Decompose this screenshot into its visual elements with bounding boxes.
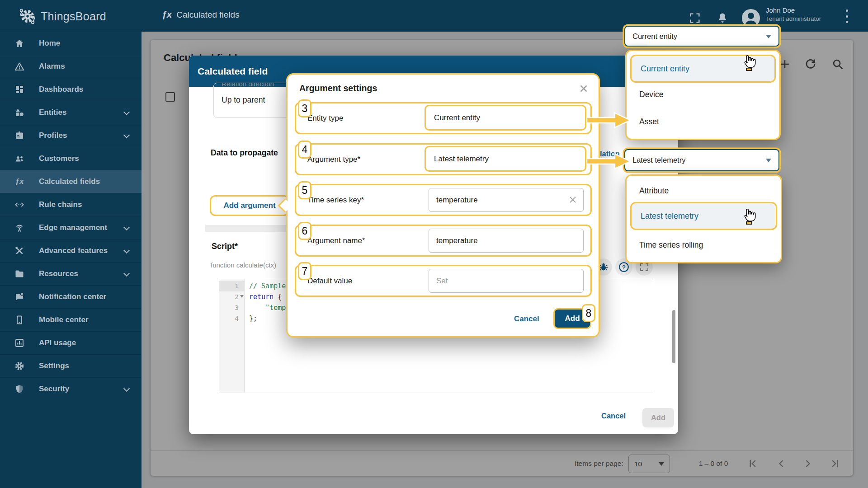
fx-icon: ƒx (14, 176, 25, 188)
code-text: { (274, 293, 282, 301)
sidebar-item-label: Rule chains (39, 200, 82, 209)
sidebar-item-calculated-fields[interactable]: ƒx Calculated fields (0, 170, 142, 193)
sidebar-item-label: Calculated fields (39, 177, 100, 186)
dashboards-icon (14, 84, 25, 95)
step-badge: 4 (298, 141, 311, 159)
entity-type-select[interactable]: Current entity (425, 105, 586, 131)
dialog-cancel-button[interactable]: Cancel (601, 412, 626, 420)
scrollbar-thumb[interactable] (672, 310, 675, 363)
entity-type-dropdown-panel: Current entity Device Asset (625, 50, 781, 140)
sidebar-item-api-usage[interactable]: API usage (0, 331, 142, 354)
step-badge: 5 (298, 181, 311, 199)
bell-icon[interactable] (716, 12, 729, 24)
argument-settings-dialog: Argument settings 3 Entity type Current … (286, 73, 600, 338)
sidebar-item-profiles[interactable]: Profiles (0, 124, 142, 147)
chevron-down-icon (123, 247, 130, 253)
sidebar-item-settings[interactable]: Settings (0, 354, 142, 377)
editor-gutter: 1 2 3 4 (219, 279, 245, 393)
time-series-key-input[interactable] (429, 188, 584, 212)
brand: ThingsBoard (18, 7, 106, 26)
sidebar-item-label: Resources (39, 269, 78, 278)
option-attribute[interactable]: Attribute (639, 186, 669, 196)
sidebar-item-advanced-features[interactable]: Advanced features (0, 239, 142, 262)
close-icon[interactable] (578, 83, 590, 94)
dialog-add-button-disabled[interactable]: Add (642, 408, 674, 427)
avatar[interactable] (742, 9, 760, 27)
page-header-title: Calculated fields (176, 10, 239, 20)
line-number: 3 (219, 302, 244, 313)
fold-icon[interactable] (240, 295, 244, 300)
sidebar-item-label: Customers (39, 154, 79, 163)
default-value-label: Default value (307, 277, 352, 286)
option-time-series-rolling[interactable]: Time series rolling (639, 240, 703, 250)
sidebar-item-dashboards[interactable]: Dashboards (0, 78, 142, 101)
sidebar-item-label: Mobile center (39, 315, 89, 324)
line-number: 4 (219, 313, 244, 324)
alarms-icon (14, 61, 25, 72)
fullscreen-icon[interactable] (689, 12, 701, 24)
sidebar-item-resources[interactable]: Resources (0, 262, 142, 285)
option-asset[interactable]: Asset (639, 117, 659, 127)
option-device[interactable]: Device (639, 90, 664, 99)
code-string: "temp (249, 304, 286, 312)
chevron-down-icon (123, 132, 130, 138)
notification-icon (14, 291, 25, 303)
kebab-menu-icon[interactable] (844, 9, 850, 23)
sidebar-item-entities[interactable]: Entities (0, 101, 142, 124)
argument-type-select[interactable]: Latest telemetry (425, 146, 586, 172)
time-series-key-label: Time series key* (307, 196, 364, 205)
code-keyword: return (249, 293, 274, 301)
sidebar-item-label: Alarms (39, 62, 65, 71)
argument-name-input[interactable] (429, 229, 584, 253)
sidebar-item-notification-center[interactable]: Notification center (0, 285, 142, 308)
mobile-icon (14, 314, 25, 326)
chevron-down-icon (766, 35, 771, 41)
profiles-icon (14, 130, 25, 141)
argument-type-value: Latest telemetry (434, 155, 489, 164)
sidebar-item-edge-management[interactable]: Edge management (0, 216, 142, 239)
shield-icon (14, 383, 25, 395)
default-value-input[interactable] (429, 269, 584, 293)
argument-settings-title: Argument settings (299, 83, 377, 94)
sidebar-item-label: Dashboards (39, 85, 83, 94)
data-to-propagate-label: Data to propagate (211, 148, 278, 158)
option-latest-telemetry[interactable]: Latest telemetry (630, 202, 777, 230)
sidebar-item-mobile-center[interactable]: Mobile center (0, 308, 142, 331)
sidebar-item-rule-chains[interactable]: Rule chains (0, 193, 142, 216)
chevron-down-icon (123, 270, 130, 277)
argument-name-row: 6 Argument name* (295, 225, 592, 257)
code-text: }; (249, 314, 257, 323)
user-info[interactable]: John Doe Tenant administrator (766, 6, 821, 23)
edge-icon (14, 222, 25, 234)
entity-type-row: 3 Entity type Current entity (295, 102, 592, 134)
option-current-entity[interactable]: Current entity (630, 55, 776, 83)
sidebar-item-label: Advanced features (39, 246, 108, 255)
code-comment: // Sample (249, 282, 286, 290)
entity-type-dropdown-trigger[interactable]: Current entity (624, 26, 779, 47)
argument-cancel-button[interactable]: Cancel (514, 314, 539, 324)
sidebar-item-label: Profiles (39, 131, 67, 140)
option-label: Latest telemetry (641, 211, 698, 221)
sidebar-item-label: Notification center (39, 292, 106, 301)
chevron-down-icon (766, 159, 771, 165)
script-label: Script* (212, 242, 238, 251)
sidebar: Home Alarms Dashboards Entities Profiles… (0, 32, 142, 488)
sidebar-item-label: API usage (39, 338, 76, 347)
option-label: Current entity (641, 64, 689, 74)
step-badge: 6 (298, 222, 311, 240)
clear-icon[interactable] (567, 194, 578, 205)
argument-add-label: Add (565, 314, 580, 323)
sidebar-item-security[interactable]: Security (0, 377, 142, 400)
sidebar-item-alarms[interactable]: Alarms (0, 55, 142, 78)
entity-type-label: Entity type (307, 114, 343, 123)
user-name: John Doe (766, 6, 821, 15)
gear-icon (14, 360, 25, 372)
sidebar-item-home[interactable]: Home (0, 32, 142, 55)
entities-icon (14, 107, 25, 118)
sidebar-item-customers[interactable]: Customers (0, 147, 142, 170)
default-value-row: 7 Default value (295, 265, 592, 297)
argument-type-dropdown-trigger[interactable]: Latest telemetry (624, 149, 779, 171)
time-series-key-row: 5 Time series key* (295, 184, 592, 216)
chevron-down-icon (123, 385, 130, 392)
thingsboard-logo (18, 7, 37, 26)
